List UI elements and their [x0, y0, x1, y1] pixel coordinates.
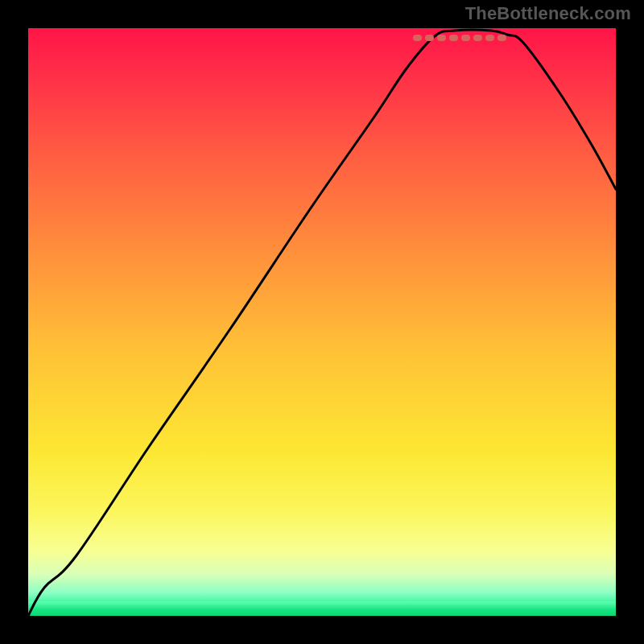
plot-area: [28, 28, 616, 616]
attribution-label: TheBottleneck.com: [465, 3, 631, 24]
main-curve: [28, 30, 616, 616]
curve-layer: [28, 28, 616, 616]
chart-frame: TheBottleneck.com: [0, 0, 644, 644]
bottom-border: [28, 616, 616, 644]
